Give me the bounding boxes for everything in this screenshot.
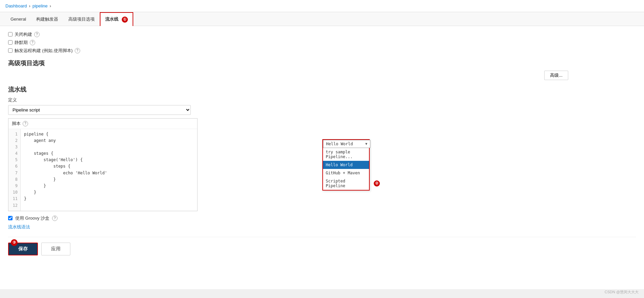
dropdown-trigger[interactable]: Hello World ▼ <box>323 140 370 148</box>
script-header: 脚本 ? <box>8 119 197 129</box>
tab-advanced-options[interactable]: 高级项目选项 <box>63 13 100 26</box>
line-numbers: 1 2 3 4 5 6 7 8 9 10 11 12 <box>8 129 21 211</box>
breadcrumb-sep1: › <box>29 3 30 8</box>
tab-general[interactable]: General <box>5 13 31 25</box>
code-content[interactable]: pipeline { agent any stages { stage('Hel… <box>21 129 197 211</box>
checkbox-quiet-period[interactable] <box>8 40 13 45</box>
definition-label: 定义 <box>8 97 636 103</box>
help-icon-quiet-period[interactable]: ? <box>30 40 35 45</box>
content-area: 关闭构建 ? 静默期 ? 触发远程构建 (例如,使用脚本) ? 高级项目选项 高… <box>0 26 644 266</box>
tab-build-triggers[interactable]: 构建触发器 <box>31 13 63 26</box>
breadcrumb-dashboard[interactable]: Dashboard <box>5 3 27 8</box>
pipeline-section-title: 流水线 <box>8 85 636 94</box>
save-badge: ③ <box>11 239 18 246</box>
dropdown-current-value: Hello World <box>326 142 353 146</box>
advanced-section-title: 高级项目选项 <box>8 59 636 67</box>
main-content: General 构建触发器 高级项目选项 流水线 ① 关闭构建 ? 静默期 ? … <box>0 12 644 289</box>
advanced-button[interactable]: 高级... <box>544 71 568 80</box>
pipeline-syntax-link[interactable]: 流水线语法 <box>8 224 636 230</box>
script-container: 脚本 ? 1 2 3 4 5 6 7 8 9 10 11 <box>8 118 198 211</box>
dropdown-arrow-icon: ▼ <box>365 142 367 146</box>
breadcrumb-pipeline[interactable]: pipeline <box>32 3 48 8</box>
checkbox-groovy-sandbox[interactable] <box>8 216 13 220</box>
dropdown-item-github-maven[interactable]: GitHub + Maven <box>323 169 369 177</box>
pipeline-section: 流水线 定义 Pipeline scriptPipeline script fr… <box>8 85 636 230</box>
checkbox-row-close-build: 关闭构建 ? <box>8 31 636 38</box>
definition-row: 定义 Pipeline scriptPipeline script from S… <box>8 97 636 115</box>
checkbox-row-remote-trigger: 触发远程构建 (例如,使用脚本) ? <box>8 48 636 54</box>
tab-pipeline-badge: ① <box>122 17 128 23</box>
breadcrumb: Dashboard › pipeline › <box>0 0 644 12</box>
definition-select[interactable]: Pipeline scriptPipeline script from SCM <box>8 105 191 115</box>
groovy-row: 使用 Groovy 沙盒 ? <box>8 215 636 221</box>
help-icon-close-build[interactable]: ? <box>34 32 40 37</box>
breadcrumb-sep2: › <box>50 3 51 8</box>
bottom-buttons: ③ 保存 应用 <box>8 237 636 261</box>
script-label: 脚本 <box>12 121 21 127</box>
checkbox-close-build[interactable] <box>8 32 13 36</box>
help-icon-script[interactable]: ? <box>23 121 28 126</box>
checkbox-remote-trigger[interactable] <box>8 48 13 53</box>
label-remote-trigger: 触发远程构建 (例如,使用脚本) <box>15 48 73 54</box>
label-quiet-period: 静默期 <box>15 40 28 46</box>
script-body: 1 2 3 4 5 6 7 8 9 10 11 12 pipeline { ag… <box>8 129 197 211</box>
dropdown-badge: ② <box>374 180 380 187</box>
advanced-btn-row: 高级... <box>8 71 636 80</box>
tab-pipeline[interactable]: 流水线 ① <box>100 12 133 26</box>
sample-pipeline-dropdown: Hello World ▼ try sample Pipeline... Hel… <box>322 139 370 191</box>
dropdown-item-try-sample[interactable]: try sample Pipeline... <box>323 148 369 161</box>
label-groovy-sandbox: 使用 Groovy 沙盒 <box>15 215 49 221</box>
apply-button[interactable]: 应用 <box>41 243 70 255</box>
help-icon-remote-trigger[interactable]: ? <box>75 48 80 53</box>
dropdown-item-hello-world[interactable]: Hello World <box>323 161 369 169</box>
tabs-bar: General 构建触发器 高级项目选项 流水线 ① <box>0 12 644 26</box>
dropdown-item-scripted[interactable]: Scripted Pipeline <box>323 177 369 190</box>
help-icon-groovy[interactable]: ? <box>52 216 58 221</box>
label-close-build: 关闭构建 <box>15 31 32 38</box>
checkbox-row-quiet-period: 静默期 ? <box>8 40 636 46</box>
